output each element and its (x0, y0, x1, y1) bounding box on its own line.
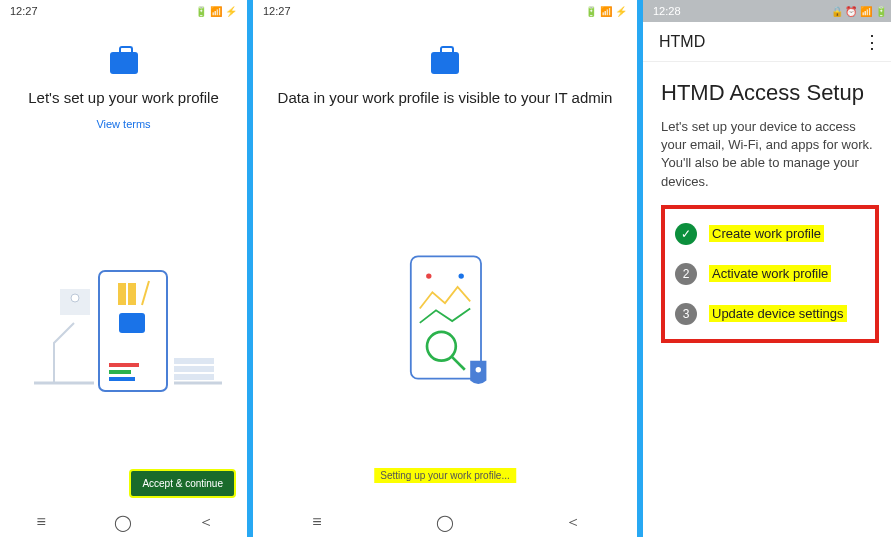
android-nav-bar: ≡ ◯ ＜ (0, 507, 247, 537)
setup-title: Data in your work profile is visible to … (278, 88, 613, 108)
step-status-done-icon: ✓ (675, 223, 697, 245)
svg-point-18 (459, 274, 464, 279)
svg-rect-15 (174, 374, 214, 380)
step-number-icon: 3 (675, 303, 697, 325)
svg-point-9 (71, 294, 79, 302)
step-update-device-settings[interactable]: 3 Update device settings (675, 303, 865, 325)
home-button[interactable]: ◯ (435, 513, 455, 532)
svg-rect-1 (119, 313, 145, 333)
app-top-bar: HTMD ⋮ (643, 22, 891, 62)
accept-continue-button[interactable]: Accept & continue (130, 470, 235, 497)
svg-rect-7 (109, 377, 135, 381)
htmd-access-setup-screen: 12:28 🔒 ⏰ 📶 🔋 HTMD ⋮ HTMD Access Setup L… (643, 0, 891, 537)
status-bar: 12:28 🔒 ⏰ 📶 🔋 (643, 0, 891, 22)
status-icons: 🔋 📶 ⚡ (195, 6, 237, 17)
view-terms-link[interactable]: View terms (96, 118, 150, 130)
recent-apps-button[interactable]: ≡ (31, 513, 51, 531)
step-label: Activate work profile (709, 265, 831, 282)
briefcase-icon (110, 52, 138, 74)
progress-text: Setting up your work profile... (374, 468, 516, 483)
clock: 12:28 (653, 5, 681, 17)
android-setup-screen-1: 12:27 🔋 📶 ⚡ Let's set up your work profi… (0, 0, 247, 537)
step-label: Create work profile (709, 225, 824, 242)
home-button[interactable]: ◯ (113, 513, 133, 532)
page-heading: HTMD Access Setup (661, 80, 879, 106)
step-label: Update device settings (709, 305, 847, 322)
android-setup-screen-2: 12:27 🔋 📶 ⚡ Data in your work profile is… (253, 0, 637, 537)
briefcase-icon (431, 52, 459, 74)
app-title: HTMD (659, 33, 705, 51)
back-button[interactable]: ＜ (196, 512, 216, 533)
svg-rect-14 (174, 366, 214, 372)
recent-apps-button[interactable]: ≡ (307, 513, 327, 531)
clock: 12:27 (263, 5, 291, 17)
status-bar: 12:27 🔋 📶 ⚡ (0, 0, 247, 22)
back-button[interactable]: ＜ (563, 512, 583, 533)
android-nav-bar: ≡ ◯ ＜ (253, 507, 637, 537)
svg-point-17 (426, 274, 431, 279)
clock: 12:27 (10, 5, 38, 17)
status-icons: 🔋 📶 ⚡ (585, 6, 627, 17)
setup-steps-box: ✓ Create work profile 2 Activate work pr… (661, 205, 879, 343)
svg-point-21 (476, 367, 481, 372)
svg-rect-6 (109, 370, 131, 374)
svg-rect-13 (174, 358, 214, 364)
step-number-icon: 2 (675, 263, 697, 285)
svg-rect-2 (118, 283, 126, 305)
page-subtitle: Let's set up your device to access your … (661, 118, 879, 191)
step-activate-work-profile[interactable]: 2 Activate work profile (675, 263, 865, 285)
step-create-work-profile[interactable]: ✓ Create work profile (675, 223, 865, 245)
svg-rect-5 (109, 363, 139, 367)
status-icons: 🔒 ⏰ 📶 🔋 (831, 6, 887, 17)
status-bar: 12:27 🔋 📶 ⚡ (253, 0, 637, 22)
setup-title: Let's set up your work profile (28, 88, 218, 108)
svg-rect-3 (128, 283, 136, 305)
overflow-menu-icon[interactable]: ⋮ (863, 31, 881, 53)
